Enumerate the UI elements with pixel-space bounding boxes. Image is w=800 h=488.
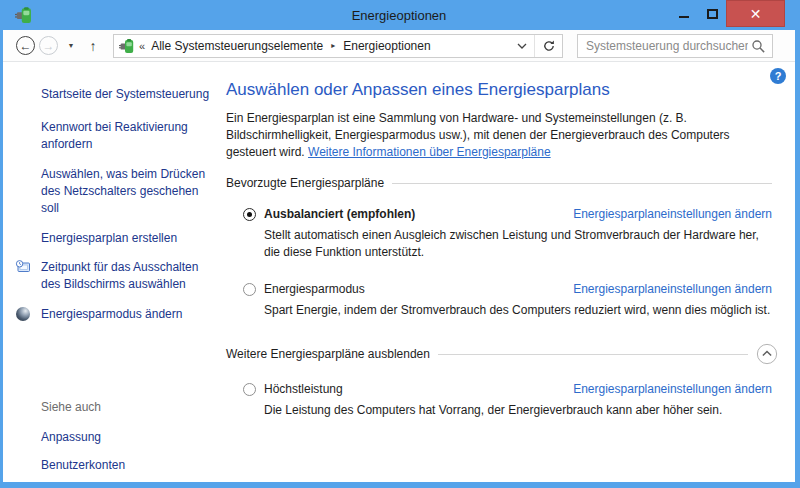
display-clock-icon [15, 259, 31, 275]
plan-high-performance: Höchstleistung Energiesparplaneinstellun… [226, 381, 772, 419]
sidebar-item-power-button-behavior[interactable]: Auswählen, was beim Drücken des Netzscha… [41, 166, 217, 217]
breadcrumb-item-all-control-panel-items[interactable]: Alle Systemsteuerungselemente [149, 39, 325, 53]
radio-balanced[interactable] [243, 208, 256, 221]
content-area: Startseite der Systemsteuerung Kennwort … [3, 62, 795, 482]
intro-paragraph: Ein Energiesparplan ist eine Sammlung vo… [226, 110, 772, 161]
sidebar-item-personalization[interactable]: Anpassung [41, 429, 217, 446]
radio-high-performance[interactable] [243, 383, 256, 396]
search-icon[interactable] [751, 39, 766, 58]
refresh-icon[interactable] [534, 35, 562, 57]
see-also-header: Siehe auch [41, 399, 217, 416]
plan-name: Ausbalanciert (empfohlen) [264, 207, 415, 221]
change-plan-settings-link-power-saver[interactable]: Energiesparplaneinstellungen ändern [573, 282, 772, 296]
change-plan-settings-link-high-performance[interactable]: Energiesparplaneinstellungen ändern [573, 382, 772, 396]
sidebar: Startseite der Systemsteuerung Kennwort … [3, 62, 223, 482]
window-controls: ✕ [670, 0, 785, 30]
sidebar-item-require-password[interactable]: Kennwort bei Reaktivierung anfordern [41, 119, 217, 153]
sidebar-item-create-power-plan[interactable]: Energiesparplan erstellen [41, 230, 217, 247]
group-header-label: Bevorzugte Energiesparpläne [226, 176, 384, 190]
back-arrow-icon: ← [20, 40, 32, 52]
sidebar-item-display-off-time[interactable]: Zeitpunkt für das Ausschalten des Bildsc… [41, 259, 217, 293]
sidebar-item-change-sleep-settings[interactable]: Energiesparmodus ändern [41, 306, 217, 323]
change-plan-settings-link-balanced[interactable]: Energiesparplaneinstellungen ändern [573, 207, 772, 221]
additional-plans-group-header: Weitere Energiesparpläne ausblenden [226, 343, 772, 365]
back-button[interactable]: ← [16, 36, 35, 55]
sidebar-item-user-accounts[interactable]: Benutzerkonten [41, 457, 217, 474]
titlebar[interactable]: Energieoptionen ✕ [3, 0, 795, 30]
close-icon: ✕ [750, 7, 762, 21]
preferred-plans-group-header: Bevorzugte Energiesparpläne [226, 176, 772, 190]
sidebar-item-label: Zeitpunkt für das Ausschalten des Bildsc… [41, 260, 198, 291]
moon-sphere-icon [16, 307, 30, 321]
navigation-toolbar: ← → ▼ ↑ « Alle Systemsteuerungselemente [3, 30, 795, 62]
close-button[interactable]: ✕ [726, 0, 785, 27]
breadcrumb-separator-icon[interactable]: ▸ [325, 41, 341, 50]
minimize-icon [679, 16, 689, 18]
power-battery-icon [119, 38, 135, 54]
plan-power-saver: Energiesparmodus Energiesparplaneinstell… [226, 281, 772, 319]
more-info-link[interactable]: Weitere Informationen über Energiesparpl… [308, 145, 551, 159]
group-divider [438, 354, 748, 355]
help-icon[interactable]: ? [770, 68, 786, 84]
plan-name: Höchstleistung [264, 382, 343, 396]
group-header-label: Weitere Energiesparpläne ausblenden [226, 347, 430, 361]
plan-description: Die Leistung des Computers hat Vorrang, … [264, 402, 772, 419]
up-button[interactable]: ↑ [85, 38, 101, 54]
radio-power-saver[interactable] [243, 283, 256, 296]
minimize-button[interactable] [670, 0, 698, 27]
plan-name: Energiesparmodus [264, 282, 365, 296]
collapse-chevron-up-icon[interactable] [756, 343, 778, 365]
window-content: ← → ▼ ↑ « Alle Systemsteuerungselemente [3, 30, 795, 482]
recent-pages-dropdown[interactable]: ▼ [66, 42, 76, 49]
plan-description: Stellt automatisch einen Ausgleich zwisc… [264, 227, 772, 261]
main-panel: ? Auswählen oder Anpassen eines Energies… [223, 62, 795, 482]
forward-button[interactable]: → [39, 36, 58, 55]
sidebar-item-control-panel-home[interactable]: Startseite der Systemsteuerung [41, 86, 217, 103]
search-input[interactable] [578, 36, 772, 56]
plan-balanced: Ausbalanciert (empfohlen) Energiesparpla… [226, 206, 772, 261]
power-battery-icon [15, 6, 33, 24]
maximize-icon [707, 9, 718, 19]
power-options-window: Energieoptionen ✕ ← → ▼ ↑ [0, 0, 800, 488]
search-box [577, 34, 773, 58]
breadcrumb-overflow-chevron[interactable]: « [139, 40, 145, 52]
page-title: Auswählen oder Anpassen eines Energiespa… [226, 80, 772, 100]
maximize-button[interactable] [698, 0, 726, 27]
breadcrumb-item-power-options[interactable]: Energieoptionen [341, 39, 432, 53]
plan-description: Spart Energie, indem der Stromverbrauch … [264, 302, 772, 319]
forward-arrow-icon: → [43, 40, 55, 52]
address-dropdown-icon[interactable] [510, 35, 534, 57]
address-bar[interactable]: « Alle Systemsteuerungselemente ▸ Energi… [113, 34, 563, 58]
sidebar-item-label: Energiesparmodus ändern [41, 307, 182, 321]
group-divider [392, 183, 772, 184]
